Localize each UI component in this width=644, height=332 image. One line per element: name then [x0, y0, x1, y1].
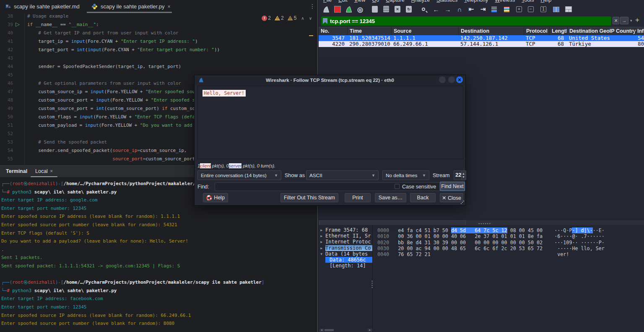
hex-line[interactable]: 0020 bb 8e d4 31 30 39 00 00 00 00 00 00…	[377, 240, 644, 246]
colorize-icon[interactable]	[501, 4, 512, 14]
menu-item[interactable]: Go	[369, 0, 383, 3]
filter-out-button[interactable]: Filter Out This Stream	[280, 193, 338, 202]
tree-hscrollbar-thumb[interactable]	[325, 329, 334, 331]
tree-item[interactable]: ▸ Internet Protoc	[319, 239, 372, 245]
col-length[interactable]: Length	[549, 27, 567, 35]
col-destination[interactable]: Destination	[458, 27, 524, 35]
filter-apply-icon[interactable]: →	[620, 17, 628, 24]
tree-item[interactable]: ▸ Frame 3547: 68	[319, 227, 372, 233]
spinner-down-icon[interactable]: ▼	[462, 175, 465, 178]
col-time[interactable]: Time	[347, 27, 391, 35]
case-sensitive-checkbox[interactable]	[395, 184, 400, 189]
filter-bookmark-icon[interactable]	[323, 18, 327, 24]
packet-detail-tree[interactable]: ▸ Frame 3547: 68▸ Ethernet II, Sr▸ Inter…	[319, 227, 372, 328]
menu-item[interactable]: Help	[537, 0, 555, 3]
run-icon[interactable]: ▷	[16, 21, 20, 27]
hex-line[interactable]: 0040 76 65 72 21 ver!	[377, 251, 644, 257]
layout-icon[interactable]	[564, 4, 574, 14]
go-forward-icon[interactable]: →	[443, 4, 453, 14]
tab-md-file[interactable]: M↓ scapy ile sahte paketler.md	[6, 0, 80, 13]
prev-issue-icon[interactable]: ∧	[301, 16, 304, 21]
resize-grip[interactable]	[461, 201, 464, 204]
menu-item[interactable]: Edit	[335, 0, 351, 3]
print-button[interactable]: Print	[345, 193, 371, 202]
auto-scroll-icon[interactable]	[489, 4, 499, 14]
zoom-in-icon[interactable]: +	[514, 4, 524, 14]
conversation-select[interactable]: Entire conversation (14 bytes)▼	[197, 170, 281, 180]
pane-splitter-grip[interactable]: ••••••	[478, 222, 491, 226]
minimize-icon[interactable]	[439, 76, 446, 83]
col-source[interactable]: Source	[391, 27, 458, 35]
open-file-icon[interactable]	[370, 4, 380, 14]
packet-row[interactable]: 4220 290.280379010 66.249.66.1 57.144.12…	[319, 41, 644, 47]
next-issue-icon[interactable]: ∨	[309, 16, 312, 21]
save-file-icon[interactable]	[381, 4, 391, 14]
spinner-up-icon[interactable]: ▲	[462, 172, 465, 175]
capture-stop-icon[interactable]	[332, 4, 343, 14]
menu-item[interactable]: Analyze	[408, 0, 433, 3]
display-filter-bar[interactable]: tcp.port == 12345	[321, 16, 611, 26]
terminal-tab-close-icon[interactable]: ×	[50, 168, 53, 174]
col-geoip[interactable]: Destination GeoIP Country	[567, 27, 636, 35]
filter-dropdown-icon[interactable]: ▾	[630, 18, 632, 23]
stream-content[interactable]: Hello, Server!	[197, 86, 463, 159]
maximize-icon[interactable]	[448, 76, 455, 83]
filter-add-icon[interactable]: +	[635, 16, 639, 24]
close-capture-icon[interactable]: ✕	[392, 4, 402, 14]
tree-item[interactable]: ▸ Ethernet II, Sr	[319, 233, 372, 239]
hex-line[interactable]: 0030 20 00 ac 94 00 00 48 65 6c 6c 6f 2c…	[377, 246, 644, 251]
delta-times-select[interactable]: No delta times▼	[382, 170, 429, 180]
tab-close-icon[interactable]: ×	[167, 4, 170, 10]
packet-list-hscrollbar-thumb[interactable]	[319, 220, 465, 225]
menu-item[interactable]: Wireless	[491, 0, 518, 3]
hex-dump-pane[interactable]: 0000 e4 fa c4 51 b7 50 d4 5d 64 7c 5c 12…	[377, 227, 644, 328]
terminal-title[interactable]: Terminal	[6, 168, 27, 174]
splitter-grip-dots[interactable]: ••••	[371, 280, 373, 289]
reload-icon[interactable]: ↻	[404, 4, 414, 14]
tab-py-file[interactable]: scapy ile sahte paketler.py ×	[91, 0, 171, 13]
terminal-tab-local[interactable]: Local	[35, 168, 48, 174]
zoom-out-icon[interactable]: −	[526, 4, 536, 14]
stream-number-spinner[interactable]: 22 ▲ ▼	[454, 170, 466, 180]
col-no[interactable]: No.	[319, 27, 347, 35]
capture-start-icon[interactable]	[321, 4, 331, 14]
col-info[interactable]: Inf	[635, 27, 644, 35]
save-as-button[interactable]: Save as…	[375, 193, 406, 202]
tree-scroll-left-icon[interactable]: ◂	[319, 329, 324, 332]
tree-item[interactable]: Data: 48656c	[319, 257, 372, 263]
tree-item[interactable]: ▸ Transmission Co	[319, 245, 372, 251]
find-packet-icon[interactable]	[418, 4, 428, 14]
filter-clear-icon[interactable]: ✕	[613, 17, 619, 24]
go-to-packet-icon[interactable]: ∩	[454, 4, 465, 14]
detail-hex-splitter[interactable]	[372, 225, 373, 332]
menu-item[interactable]: File	[320, 0, 335, 3]
zoom-normal-icon[interactable]: 1	[538, 4, 548, 14]
show-as-select[interactable]: ASCII▼	[306, 170, 379, 180]
menu-item[interactable]: Statistics	[433, 0, 461, 3]
menu-item[interactable]: View	[351, 0, 369, 3]
close-window-icon[interactable]: ✕	[456, 76, 463, 83]
hex-line[interactable]: 0010 00 36 00 01 00 00 40 06 2e 37 01 01…	[377, 233, 644, 239]
menu-item[interactable]: Tools	[518, 0, 537, 3]
tree-item[interactable]: [Length: 14]	[319, 263, 372, 269]
tree-item[interactable]: ▾ Data (14 bytes	[319, 251, 372, 257]
go-back-icon[interactable]: ←	[431, 4, 441, 14]
close-button[interactable]: ✕ Close	[440, 193, 463, 202]
col-protocol[interactable]: Protocol	[524, 27, 549, 35]
packet-row-selected[interactable]: 3547 181.520347514 1.1.1.1 142.250.187.1…	[319, 35, 644, 41]
packet-list-header[interactable]: No. Time Source Destination Protocol Len…	[319, 27, 644, 35]
capture-restart-icon[interactable]	[344, 4, 354, 14]
go-first-icon[interactable]: ⇤	[466, 4, 476, 14]
warning-stripe-mark[interactable]	[309, 35, 313, 36]
capture-options-icon[interactable]: ◎	[355, 4, 365, 14]
filter-input[interactable]: tcp.port == 12345	[330, 18, 375, 24]
find-next-button[interactable]: Find Next	[440, 182, 465, 191]
help-button[interactable]: Help	[203, 193, 228, 202]
inspections-widget[interactable]: !2 ⚠2 ⚠5 ∧ ∨	[262, 15, 313, 21]
menu-item[interactable]: Telephony	[461, 0, 491, 3]
back-button[interactable]: Back	[410, 193, 436, 202]
go-last-icon[interactable]: ⇥	[478, 4, 488, 14]
tab-options-icon[interactable]: ⋮	[309, 3, 315, 10]
tree-scroll-right-icon[interactable]: ▸	[368, 329, 372, 332]
resize-columns-icon[interactable]	[551, 4, 561, 14]
